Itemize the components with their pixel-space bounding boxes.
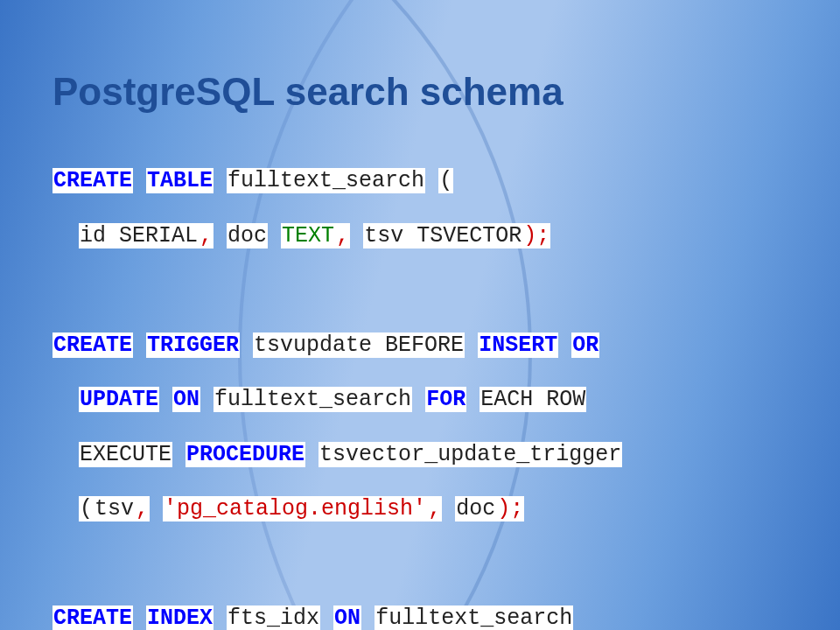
identifier: fulltext_search (374, 606, 573, 630)
code-line-3: CREATE TRIGGER tsvupdate BEFORE INSERT O… (52, 332, 796, 359)
type: TEXT (281, 223, 335, 248)
blank-line (52, 550, 796, 578)
code-line-5: EXECUTE PROCEDURE tsvector_update_trigge… (52, 441, 796, 468)
slide: PostgreSQL search schema CREATE TABLE fu… (0, 0, 840, 630)
keyword: ON (172, 387, 200, 412)
keyword: TABLE (146, 168, 214, 193)
identifier: tsvupdate BEFORE (253, 332, 465, 358)
comma: , (199, 223, 214, 248)
comma: , (427, 496, 442, 522)
identifier: doc (455, 496, 496, 522)
paren: ( (79, 496, 94, 522)
identifier: id SERIAL (79, 223, 199, 248)
identifier: tsv (94, 496, 135, 522)
code-line-6: (tsv, 'pg_catalog.english', doc); (52, 495, 796, 522)
identifier: tsvector_update_trigger (318, 442, 622, 467)
terminator: ); (522, 223, 550, 248)
keyword: CREATE (52, 168, 133, 193)
keyword: ON (333, 606, 361, 630)
string: 'pg_catalog.english' (163, 496, 427, 522)
identifier: fulltext_search (214, 387, 412, 412)
blank-line (52, 276, 796, 304)
identifier: doc (227, 223, 268, 248)
slide-title: PostgreSQL search schema (52, 70, 796, 114)
identifier: EACH ROW (480, 387, 586, 412)
code-line-7: CREATE INDEX fts_idx ON fulltext_search (52, 605, 796, 630)
terminator: ); (496, 496, 524, 522)
identifier: EXECUTE (79, 442, 172, 467)
code-line-4: UPDATE ON fulltext_search FOR EACH ROW (52, 386, 796, 413)
paren: ( (438, 168, 453, 193)
keyword: CREATE (52, 332, 133, 358)
code-line-2: id SERIAL, doc TEXT, tsv TSVECTOR); (52, 222, 796, 249)
keyword: TRIGGER (146, 332, 240, 358)
keyword: UPDATE (79, 387, 159, 412)
keyword: INDEX (146, 606, 214, 630)
keyword: INSERT (478, 332, 558, 358)
identifier: fulltext_search (227, 168, 425, 193)
comma: , (335, 223, 350, 248)
keyword: CREATE (52, 606, 133, 630)
keyword: FOR (425, 387, 466, 412)
keyword: OR (571, 332, 599, 358)
code-line-1: CREATE TABLE fulltext_search ( (52, 167, 796, 194)
identifier: fts_idx (227, 606, 320, 630)
identifier: tsv TSVECTOR (363, 223, 522, 248)
code-block: CREATE TABLE fulltext_search ( id SERIAL… (52, 140, 796, 630)
keyword: PROCEDURE (186, 442, 305, 467)
comma: , (135, 496, 150, 522)
